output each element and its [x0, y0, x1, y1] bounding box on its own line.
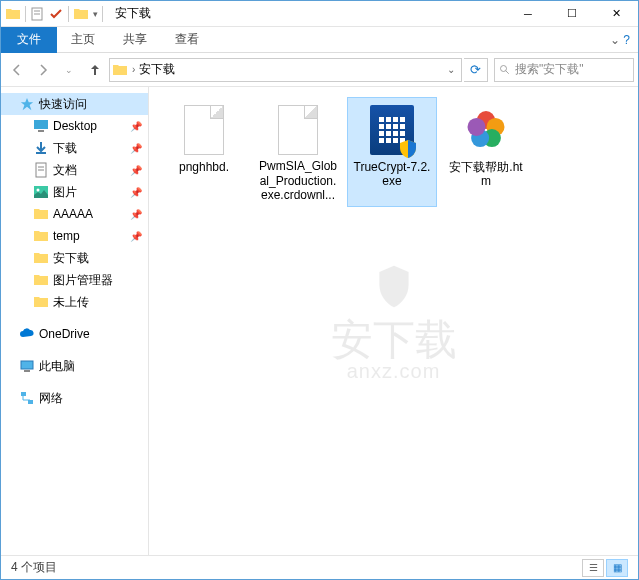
search-placeholder: 搜索"安下载" [515, 61, 584, 78]
file-name: TrueCrypt-7.2.exe [352, 160, 432, 189]
sidebar-item[interactable]: Desktop📌 [1, 115, 148, 137]
ribbon-expand-icon[interactable]: ⌄ ? [602, 33, 638, 47]
sidebar-item-label: 图片管理器 [53, 272, 113, 289]
navigation-pane: 快速访问 Desktop📌下载📌文档📌图片📌AAAAA📌temp📌安下载图片管理… [1, 87, 149, 555]
pin-icon: 📌 [130, 121, 142, 132]
ribbon: 文件 主页 共享 查看 ⌄ ? [1, 27, 638, 53]
file-icon [180, 102, 228, 158]
sidebar-item-label: temp [53, 229, 80, 243]
desktop-icon [33, 118, 49, 134]
picture-icon [33, 184, 49, 200]
network-icon [19, 390, 35, 406]
qat-dropdown-icon[interactable]: ▾ [93, 9, 98, 19]
svg-rect-13 [21, 361, 33, 369]
file-item[interactable]: PwmSIA_Global_Production.exe.crdownl... [253, 97, 343, 207]
sidebar-item[interactable]: temp📌 [1, 225, 148, 247]
star-icon [19, 96, 35, 112]
tab-file[interactable]: 文件 [1, 27, 57, 53]
address-field[interactable]: › 安下载 ⌄ [109, 58, 462, 82]
svg-point-3 [501, 65, 507, 71]
minimize-button[interactable]: ─ [506, 1, 550, 27]
sidebar-item-label: 未上传 [53, 294, 89, 311]
check-icon[interactable] [48, 6, 64, 22]
doc-icon [33, 162, 49, 178]
address-dropdown-icon[interactable]: ⌄ [443, 64, 459, 75]
file-icon [368, 102, 416, 158]
nav-onedrive[interactable]: OneDrive [1, 323, 148, 345]
nav-network[interactable]: 网络 [1, 387, 148, 409]
status-item-count: 4 个项目 [11, 559, 57, 576]
svg-rect-16 [28, 400, 33, 404]
window-title: 安下载 [115, 5, 151, 22]
file-list[interactable]: 安下载 anxz.com pnghhbd.PwmSIA_Global_Produ… [149, 87, 638, 555]
search-icon [499, 64, 511, 76]
file-name: pnghhbd. [179, 160, 229, 174]
folder-icon [33, 206, 49, 222]
sidebar-item-label: 下载 [53, 140, 77, 157]
status-bar: 4 个项目 ☰ ▦ [1, 555, 638, 579]
breadcrumb-current[interactable]: 安下载 [139, 61, 175, 78]
icons-view-button[interactable]: ▦ [606, 559, 628, 577]
sidebar-item[interactable]: 图片📌 [1, 181, 148, 203]
sidebar-item[interactable]: AAAAA📌 [1, 203, 148, 225]
recent-dropdown-icon[interactable]: ⌄ [57, 58, 81, 82]
sidebar-item-label: 文档 [53, 162, 77, 179]
file-name: 安下载帮助.htm [446, 160, 526, 189]
tab-view[interactable]: 查看 [161, 27, 213, 53]
sidebar-item[interactable]: 未上传 [1, 291, 148, 313]
sidebar-item[interactable]: 图片管理器 [1, 269, 148, 291]
refresh-button[interactable]: ⟳ [464, 58, 488, 82]
pin-icon: 📌 [130, 187, 142, 198]
maximize-button[interactable]: ☐ [550, 1, 594, 27]
file-item[interactable]: pnghhbd. [159, 97, 249, 207]
cloud-icon [19, 326, 35, 342]
quick-access-toolbar: ▾ [1, 6, 109, 22]
folder-icon [33, 272, 49, 288]
nav-quick-access[interactable]: 快速访问 [1, 93, 148, 115]
folder-icon [33, 294, 49, 310]
pc-icon [19, 358, 35, 374]
svg-rect-5 [34, 120, 48, 129]
folder-icon [5, 6, 21, 22]
tab-home[interactable]: 主页 [57, 27, 109, 53]
svg-rect-14 [24, 370, 30, 372]
sidebar-item-label: 安下载 [53, 250, 89, 267]
svg-rect-6 [38, 130, 44, 132]
folder-icon [112, 62, 128, 78]
back-button[interactable] [5, 58, 29, 82]
close-button[interactable]: ✕ [594, 1, 638, 27]
properties-icon[interactable] [30, 6, 46, 22]
pin-icon: 📌 [130, 209, 142, 220]
sidebar-item[interactable]: 文档📌 [1, 159, 148, 181]
chevron-right-icon[interactable]: › [132, 64, 135, 75]
tab-share[interactable]: 共享 [109, 27, 161, 53]
address-bar: ⌄ › 安下载 ⌄ ⟳ 搜索"安下载" [1, 53, 638, 87]
download-icon [33, 140, 49, 156]
svg-rect-15 [21, 392, 26, 396]
folder-icon [73, 6, 89, 22]
file-icon [462, 102, 510, 158]
file-item[interactable]: 安下载帮助.htm [441, 97, 531, 207]
sidebar-item[interactable]: 下载📌 [1, 137, 148, 159]
svg-line-4 [506, 70, 509, 73]
svg-rect-7 [36, 152, 46, 154]
titlebar: ▾ 安下载 ─ ☐ ✕ [1, 1, 638, 27]
watermark: 安下载 anxz.com [331, 262, 457, 381]
file-item[interactable]: TrueCrypt-7.2.exe [347, 97, 437, 207]
up-button[interactable] [83, 58, 107, 82]
sidebar-item-label: 图片 [53, 184, 77, 201]
svg-point-12 [37, 189, 40, 192]
pin-icon: 📌 [130, 231, 142, 242]
folder-icon [33, 250, 49, 266]
file-icon [274, 102, 322, 157]
sidebar-item-label: AAAAA [53, 207, 93, 221]
forward-button[interactable] [31, 58, 55, 82]
pin-icon: 📌 [130, 165, 142, 176]
sidebar-item[interactable]: 安下载 [1, 247, 148, 269]
pin-icon: 📌 [130, 143, 142, 154]
nav-this-pc[interactable]: 此电脑 [1, 355, 148, 377]
details-view-button[interactable]: ☰ [582, 559, 604, 577]
search-input[interactable]: 搜索"安下载" [494, 58, 634, 82]
folder-icon [33, 228, 49, 244]
file-name: PwmSIA_Global_Production.exe.crdownl... [258, 159, 338, 202]
